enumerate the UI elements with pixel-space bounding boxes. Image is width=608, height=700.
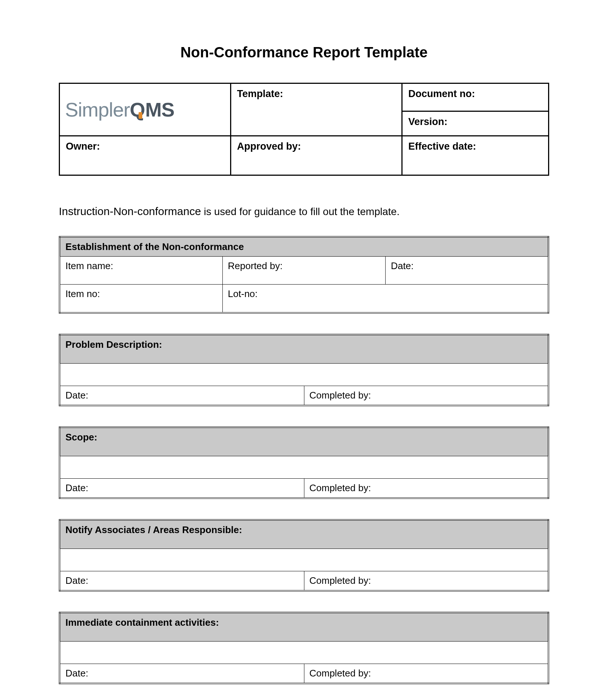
problem-description-completed-by: Completed by: — [304, 386, 548, 406]
owner-label: Owner: — [60, 136, 231, 175]
approved-by-label: Approved by: — [230, 136, 402, 175]
containment-body[interactable] — [60, 642, 548, 664]
problem-description-title: Problem Description: — [60, 335, 548, 364]
notify-completed-by: Completed by: — [304, 571, 548, 591]
version-label: Version: — [402, 111, 548, 136]
establishment-item-name: Item name: — [60, 257, 222, 285]
establishment-item-no: Item no: — [60, 285, 222, 313]
containment-title: Immediate containment activities: — [60, 612, 548, 642]
containment-date: Date: — [60, 664, 304, 684]
establishment-reported-by: Reported by: — [222, 257, 385, 285]
instruction-lead: Instruction-Non-conformance — [59, 205, 201, 217]
template-label: Template: — [230, 83, 402, 136]
logo-text-ms: MS — [145, 98, 174, 121]
section-establishment: Establishment of the Non-conformance Ite… — [59, 236, 549, 314]
page-container: Non-Conformance Report Template Simpler … — [0, 0, 608, 700]
establishment-lot-no: Lot-no: — [222, 285, 548, 313]
containment-completed-by: Completed by: — [304, 664, 548, 684]
section-notify: Notify Associates / Areas Responsible: D… — [59, 519, 549, 592]
notify-title: Notify Associates / Areas Responsible: — [60, 520, 548, 549]
logo-q-accent-icon — [139, 112, 142, 119]
effective-date-label: Effective date: — [402, 136, 548, 175]
establishment-date: Date: — [386, 257, 548, 285]
logo-text-q: Q — [130, 98, 145, 121]
logo-text-simpler: Simpler — [65, 98, 130, 121]
section-containment: Immediate containment activities: Date: … — [59, 612, 549, 684]
section-scope: Scope: Date: Completed by: — [59, 426, 549, 499]
establishment-title: Establishment of the Non-conformance — [60, 237, 548, 257]
scope-body[interactable] — [60, 456, 548, 479]
logo-letter-q: Q — [130, 99, 145, 121]
instruction-rest: is used for guidance to fill out the tem… — [201, 206, 400, 217]
notify-body[interactable] — [60, 549, 548, 571]
header-meta-table: Simpler Q MS Template: Document no: Vers… — [59, 83, 549, 176]
scope-date: Date: — [60, 479, 304, 499]
document-title: Non-Conformance Report Template — [59, 44, 549, 61]
instruction-line: Instruction-Non-conformance is used for … — [59, 205, 549, 218]
notify-date: Date: — [60, 571, 304, 591]
scope-completed-by: Completed by: — [304, 479, 548, 499]
problem-description-body[interactable] — [60, 364, 548, 386]
problem-description-date: Date: — [60, 386, 304, 406]
scope-title: Scope: — [60, 427, 548, 456]
document-no-label: Document no: — [402, 83, 548, 111]
simplerqms-logo: Simpler Q MS — [65, 98, 225, 121]
section-problem-description: Problem Description: Date: Completed by: — [59, 334, 549, 406]
logo-cell: Simpler Q MS — [60, 83, 231, 136]
